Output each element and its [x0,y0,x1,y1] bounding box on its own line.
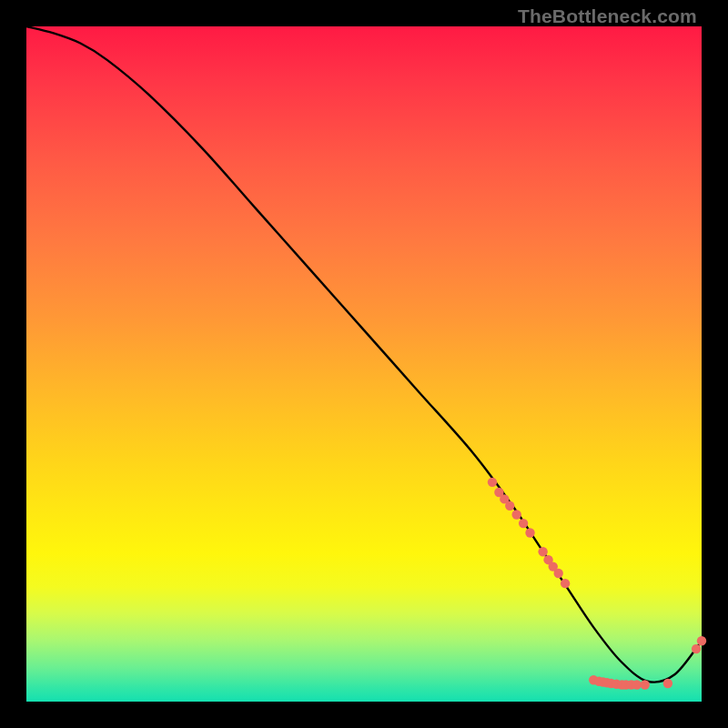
data-point-marker [640,680,649,689]
data-point-marker [538,547,547,556]
data-point-marker [505,501,514,511]
data-markers-group [488,478,706,690]
data-point-marker [692,644,701,653]
data-point-marker [511,510,521,519]
data-point-marker [632,680,642,689]
chart-plot-area [26,26,702,702]
data-point-marker [525,528,534,537]
data-point-marker [519,519,528,528]
chart-svg [26,26,702,702]
data-point-marker [554,569,563,578]
bottleneck-curve-line [26,26,702,682]
data-point-marker [697,636,706,645]
data-point-marker [488,478,497,487]
data-point-marker [663,679,672,688]
watermark-text: TheBottleneck.com [518,5,697,27]
data-point-marker [561,579,570,588]
